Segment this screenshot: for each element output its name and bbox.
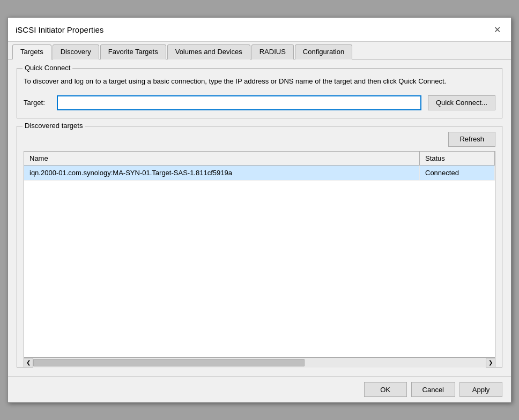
quick-connect-button[interactable]: Quick Connect... xyxy=(428,95,495,110)
iscsi-initiator-dialog: iSCSI Initiator Properties ✕ Targets Dis… xyxy=(8,17,511,403)
scroll-track[interactable] xyxy=(33,358,486,368)
dialog-footer: OK Cancel Apply xyxy=(8,376,511,402)
target-label: Target: xyxy=(24,99,50,107)
tab-configuration[interactable]: Configuration xyxy=(295,44,352,59)
dialog-title: iSCSI Initiator Properties xyxy=(16,25,103,34)
column-header-name: Name xyxy=(24,152,420,165)
quick-connect-description: To discover and log on to a target using… xyxy=(24,76,495,87)
dialog-title-bar: iSCSI Initiator Properties ✕ xyxy=(8,18,511,42)
tabs-bar: Targets Discovery Favorite Targets Volum… xyxy=(8,42,511,59)
discovered-targets-section: Discovered targets Refresh Name Status i… xyxy=(17,126,502,368)
apply-button[interactable]: Apply xyxy=(459,382,502,397)
table-body: iqn.2000-01.com.synology:MA-SYN-01.Targe… xyxy=(24,166,495,357)
tab-targets[interactable]: Targets xyxy=(12,44,51,59)
table-header: Name Status xyxy=(24,152,495,166)
tab-discovery[interactable]: Discovery xyxy=(53,44,99,59)
refresh-button[interactable]: Refresh xyxy=(448,132,495,147)
horizontal-scrollbar: ❮ ❯ xyxy=(24,357,495,367)
cancel-button[interactable]: Cancel xyxy=(411,382,455,397)
tab-radius[interactable]: RADIUS xyxy=(251,44,294,59)
target-input[interactable] xyxy=(57,95,421,110)
quick-connect-group-title: Quick Connect xyxy=(23,64,72,72)
quick-connect-group: Quick Connect To discover and log on to … xyxy=(17,68,502,118)
dialog-content: Quick Connect To discover and log on to … xyxy=(8,59,511,376)
discovered-targets-title: Discovered targets xyxy=(23,122,85,130)
discovered-header-row: Refresh xyxy=(24,132,495,147)
target-row: Target: Quick Connect... xyxy=(24,95,495,110)
scroll-thumb[interactable] xyxy=(33,359,305,366)
scroll-right-icon: ❯ xyxy=(488,359,493,365)
scroll-left-icon: ❮ xyxy=(26,359,31,365)
discovered-targets-group: Discovered targets Refresh Name Status i… xyxy=(17,126,502,368)
ok-button[interactable]: OK xyxy=(364,382,407,397)
scroll-left-button[interactable]: ❮ xyxy=(24,358,33,368)
row-status: Connected xyxy=(420,166,495,180)
table-row[interactable]: iqn.2000-01.com.synology:MA-SYN-01.Targe… xyxy=(24,166,495,181)
row-name: iqn.2000-01.com.synology:MA-SYN-01.Targe… xyxy=(24,166,420,180)
column-header-status: Status xyxy=(420,152,495,165)
close-button[interactable]: ✕ xyxy=(491,23,503,36)
scroll-right-button[interactable]: ❯ xyxy=(486,358,495,368)
targets-table: Name Status iqn.2000-01.com.synology:MA-… xyxy=(24,151,495,358)
tab-volumes-and-devices[interactable]: Volumes and Devices xyxy=(167,44,250,59)
tab-favorite-targets[interactable]: Favorite Targets xyxy=(100,44,166,59)
